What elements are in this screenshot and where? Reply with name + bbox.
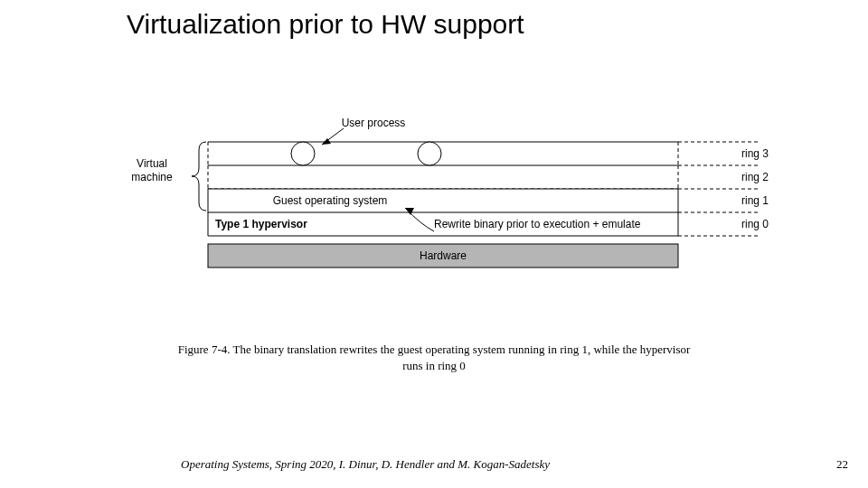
user-process-circle-2 bbox=[418, 142, 441, 165]
figure-caption: Figure 7-4. The binary translation rewri… bbox=[176, 342, 692, 373]
label-type1-hypervisor: Type 1 hypervisor bbox=[215, 218, 307, 230]
label-ring2: ring 2 bbox=[741, 171, 769, 183]
label-ring1: ring 1 bbox=[741, 194, 769, 207]
user-process-circle-1 bbox=[291, 142, 315, 165]
label-ring0: ring 0 bbox=[741, 218, 769, 230]
label-hardware: Hardware bbox=[420, 249, 467, 262]
label-ring3: ring 3 bbox=[741, 147, 769, 160]
label-virtual-machine-l1: Virtual bbox=[137, 157, 167, 170]
label-user-process: User process bbox=[342, 117, 406, 129]
footer-text: Operating Systems, Spring 2020, I. Dinur… bbox=[181, 457, 550, 472]
label-rewrite: Rewrite binary prior to execution + emul… bbox=[434, 218, 641, 230]
label-guest-os: Guest operating system bbox=[273, 194, 388, 207]
label-virtual-machine-l2: machine bbox=[131, 171, 173, 183]
virtualization-diagram: Virtual machine User process ring 3 ring… bbox=[108, 117, 778, 298]
brace-virtual-machine bbox=[192, 142, 206, 211]
page-number: 22 bbox=[836, 457, 848, 472]
page-title: Virtualization prior to HW support bbox=[127, 9, 524, 40]
